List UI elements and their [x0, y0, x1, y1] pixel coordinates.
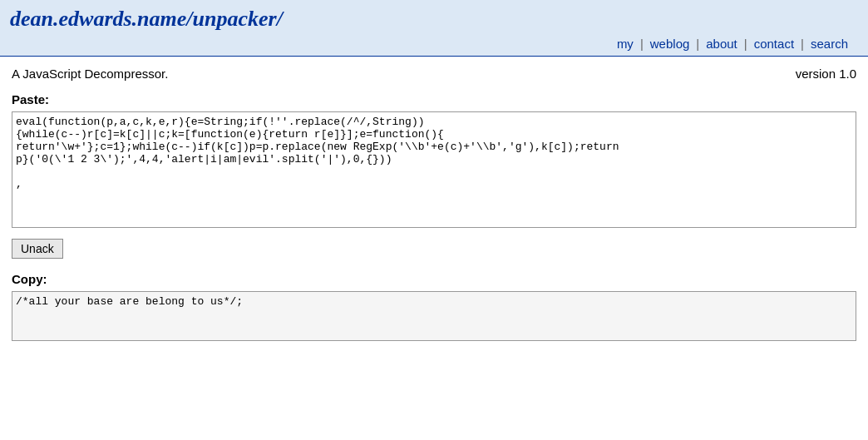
nav-item-weblog[interactable]: weblog	[650, 37, 690, 51]
site-title[interactable]: dean.edwards.name/unpacker/	[10, 7, 283, 31]
main-content: A JavaScript Decompressor. version 1.0 P…	[0, 57, 868, 353]
nav-bar: my | weblog | about | contact | search	[10, 32, 858, 56]
nav-separator-1: |	[640, 37, 644, 51]
version-text: version 1.0	[796, 67, 856, 81]
paste-label: Paste:	[12, 92, 856, 106]
nav-separator-4: |	[801, 37, 804, 51]
nav-separator-3: |	[744, 37, 747, 51]
description-bar: A JavaScript Decompressor. version 1.0	[12, 67, 856, 81]
description-text: A JavaScript Decompressor.	[12, 67, 168, 81]
unack-button[interactable]: Unack	[12, 239, 63, 259]
nav-item-about[interactable]: about	[706, 37, 737, 51]
nav-separator-2: |	[696, 37, 699, 51]
nav-item-my[interactable]: my	[617, 37, 634, 51]
nav-item-contact[interactable]: contact	[754, 37, 794, 51]
header: dean.edwards.name/unpacker/ my | weblog …	[0, 0, 868, 56]
input-textarea[interactable]	[12, 111, 856, 228]
output-textarea[interactable]	[12, 291, 856, 341]
nav-item-search[interactable]: search	[811, 37, 848, 51]
copy-label: Copy:	[12, 272, 856, 286]
